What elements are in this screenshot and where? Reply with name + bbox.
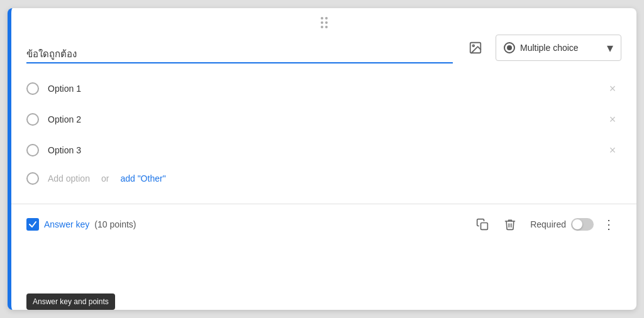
copy-button[interactable] bbox=[470, 212, 495, 237]
question-type-dropdown[interactable]: Multiple choice ▾ bbox=[496, 35, 621, 61]
answer-key-checkbox[interactable] bbox=[26, 218, 39, 231]
header-actions: Multiple choice ▾ bbox=[463, 35, 621, 63]
remove-option-1-button[interactable]: × bbox=[604, 80, 621, 97]
option-radio-1[interactable] bbox=[26, 82, 39, 95]
drag-handle[interactable] bbox=[11, 8, 636, 35]
option-label-3: Option 3 bbox=[48, 145, 595, 155]
required-label: Required bbox=[530, 219, 566, 229]
question-card: Multiple choice ▾ Option 1 × Option 2 × … bbox=[8, 8, 636, 310]
question-input[interactable] bbox=[26, 49, 453, 60]
required-section: Required bbox=[530, 218, 594, 231]
option-radio-2[interactable] bbox=[26, 113, 39, 126]
option-label-1: Option 1 bbox=[48, 84, 595, 94]
add-image-button[interactable] bbox=[463, 35, 488, 60]
answer-key-label[interactable]: Answer key bbox=[44, 219, 89, 229]
add-option-radio bbox=[26, 172, 39, 185]
svg-rect-2 bbox=[481, 223, 488, 230]
toggle-knob bbox=[572, 219, 582, 229]
option-label-2: Option 2 bbox=[48, 114, 595, 124]
question-type-label: Multiple choice bbox=[520, 43, 602, 53]
or-separator: or bbox=[101, 173, 109, 184]
add-option-row: Add option or add "Other" bbox=[26, 166, 621, 191]
remove-option-3-button[interactable]: × bbox=[604, 141, 621, 159]
options-list: Option 1 × Option 2 × Option 3 × Add opt… bbox=[11, 71, 636, 194]
points-text: (10 points) bbox=[94, 219, 136, 229]
add-other-link[interactable]: add "Other" bbox=[120, 173, 165, 184]
svg-point-1 bbox=[472, 45, 474, 47]
required-toggle[interactable] bbox=[571, 218, 594, 231]
card-footer: Answer key (10 points) Required ⋮ bbox=[11, 204, 636, 244]
more-options-button[interactable]: ⋮ bbox=[596, 212, 621, 237]
option-radio-3[interactable] bbox=[26, 144, 39, 156]
answer-key-section: Answer key (10 points) bbox=[26, 218, 462, 231]
option-row: Option 2 × bbox=[26, 104, 621, 135]
radio-icon bbox=[504, 42, 515, 53]
remove-option-2-button[interactable]: × bbox=[604, 111, 621, 128]
answer-key-tooltip: Answer key and points bbox=[26, 293, 115, 310]
question-input-wrap bbox=[26, 48, 453, 63]
add-option-label[interactable]: Add option bbox=[48, 173, 90, 184]
delete-button[interactable] bbox=[497, 212, 523, 237]
card-header: Multiple choice ▾ bbox=[11, 35, 636, 71]
chevron-down-icon: ▾ bbox=[607, 40, 613, 55]
option-row: Option 3 × bbox=[26, 135, 621, 166]
option-row: Option 1 × bbox=[26, 74, 621, 104]
footer-actions: Required ⋮ bbox=[470, 212, 621, 237]
